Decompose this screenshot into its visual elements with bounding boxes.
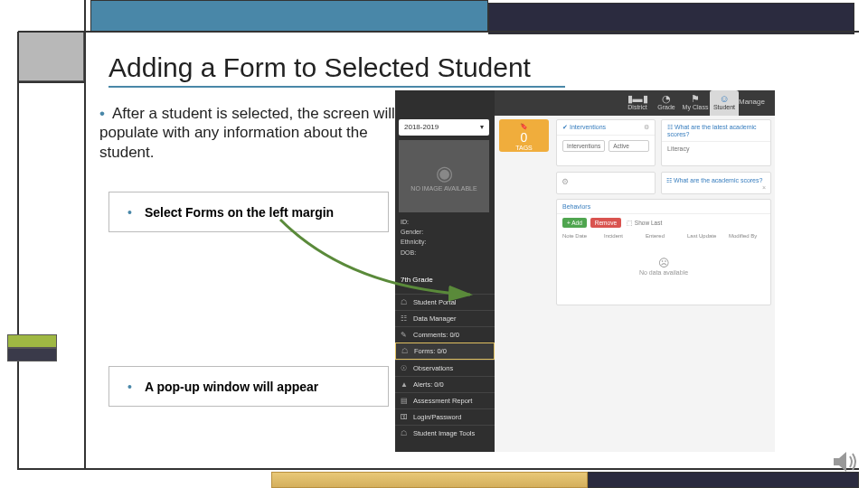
sidebar-menu: ☖Student Portal ☷Data Manager ✎Comments:… bbox=[395, 294, 495, 441]
nav-manage[interactable]: Manage bbox=[739, 90, 775, 116]
panel-filter: ⚙ bbox=[556, 172, 656, 194]
speaker-icon bbox=[832, 449, 859, 481]
bullet-2-text: Select Forms on the left margin bbox=[145, 205, 334, 220]
info-ethnic: Ethnicity: bbox=[401, 237, 426, 247]
image-icon: ☖ bbox=[401, 429, 410, 437]
frame-line bbox=[18, 468, 859, 470]
gear-icon[interactable]: ⚙ bbox=[561, 177, 569, 186]
panel-header: ✔ Interventions⚙ bbox=[557, 120, 655, 136]
no-image-label: NO IMAGE AVAILABLE bbox=[410, 185, 476, 192]
frame-bottom-dark bbox=[588, 472, 859, 488]
menu-student-portal[interactable]: ☖Student Portal bbox=[395, 294, 495, 310]
col-header: Note Date bbox=[562, 233, 599, 239]
menu-comments[interactable]: ✎Comments: 0/0 bbox=[395, 326, 495, 343]
gear-icon[interactable]: ⚙ bbox=[644, 124, 649, 131]
info-gender: Gender: bbox=[401, 227, 426, 237]
show-last-label: ⬚ Show Last bbox=[627, 220, 662, 227]
panel-academic-scores: ☷ What are the latest academic scores? L… bbox=[661, 119, 771, 166]
menu-observations[interactable]: ☉Observations bbox=[395, 360, 495, 376]
app-screenshot: ▮▬▮District ◔Grade ⚑My Class ☺Student Ma… bbox=[395, 90, 775, 452]
stack-icon: ☷ bbox=[401, 314, 410, 323]
bullet-dot-icon: • bbox=[127, 205, 132, 220]
tags-label: TAGS bbox=[515, 145, 533, 151]
frame-top-blue bbox=[90, 0, 488, 32]
frame-side-green bbox=[7, 334, 57, 348]
comment-icon: ✎ bbox=[401, 331, 410, 339]
info-id: ID: bbox=[401, 217, 426, 227]
lock-icon: ⚿ bbox=[401, 413, 410, 421]
close-icon[interactable]: × bbox=[762, 184, 766, 191]
nav-district[interactable]: ▮▬▮District bbox=[623, 90, 652, 116]
frame-top-dark bbox=[488, 3, 854, 34]
person-icon: ☹ bbox=[557, 257, 770, 269]
student-info: ID: Gender: Ethnicity: DOB: bbox=[401, 217, 426, 258]
interventions-dropdown[interactable]: Interventions bbox=[562, 140, 605, 152]
add-button[interactable]: + Add bbox=[562, 218, 587, 228]
menu-login-password[interactable]: ⚿Login/Password bbox=[395, 408, 495, 425]
info-dob: DOB: bbox=[401, 248, 426, 258]
alert-icon: ▲ bbox=[401, 380, 410, 389]
menu-alerts[interactable]: ▲Alerts: 0/0 bbox=[395, 376, 495, 392]
tags-card[interactable]: 🔖 0 TAGS bbox=[499, 119, 549, 152]
nav-grade[interactable]: ◔Grade bbox=[652, 90, 681, 116]
menu-forms[interactable]: ☖Forms: 0/0 bbox=[395, 343, 495, 360]
panel-interventions: ✔ Interventions⚙ Interventions Active bbox=[556, 119, 656, 166]
frame-line bbox=[18, 31, 859, 33]
nav-student[interactable]: ☺Student bbox=[710, 90, 739, 116]
scores-row: Literacy bbox=[662, 142, 770, 155]
person-icon: ☺ bbox=[710, 93, 739, 104]
bullet-2-box: • Select Forms on the left margin bbox=[108, 192, 389, 232]
col-header: Entered bbox=[646, 233, 682, 239]
bullet-3-text: A pop-up window will appear bbox=[145, 380, 318, 394]
app-content: 🔖 0 TAGS ✔ Interventions⚙ Interventions … bbox=[495, 116, 775, 452]
slide-title: Adding a Form to Selected Student bbox=[108, 52, 531, 83]
person-icon: ☖ bbox=[401, 298, 410, 306]
frame-line bbox=[84, 0, 86, 470]
bullet-1: •After a student is selected, the screen… bbox=[99, 104, 411, 162]
tag-icon: 🔖 bbox=[520, 123, 528, 129]
nav-myclass[interactable]: ⚑My Class bbox=[681, 90, 710, 116]
empty-state: ☹ No data available bbox=[557, 240, 770, 276]
gauge-icon: ◔ bbox=[652, 93, 681, 104]
bullet-dot-icon: • bbox=[127, 380, 132, 394]
bullet-1-text: After a student is selected, the screen … bbox=[99, 105, 395, 161]
barchart-icon: ▮▬▮ bbox=[623, 93, 652, 104]
menu-assessment-report[interactable]: ▤Assessment Report bbox=[395, 392, 495, 408]
frame-line bbox=[18, 81, 86, 83]
frame-side-gray bbox=[18, 32, 84, 81]
col-header: Incident bbox=[604, 233, 640, 239]
eye-icon: ☉ bbox=[401, 364, 410, 372]
title-underline bbox=[108, 86, 565, 88]
behaviors-columns: Note Date Incident Entered Last Update M… bbox=[557, 231, 770, 240]
bullet-3-box: • A pop-up window will appear bbox=[108, 366, 389, 407]
student-photo-placeholder: ◉ NO IMAGE AVAILABLE bbox=[399, 140, 489, 212]
people-icon: ⚑ bbox=[681, 93, 710, 104]
panel-header: ☷ What are the latest academic scores? bbox=[662, 120, 770, 142]
app-sidebar: 2018-2019▾ ◉ NO IMAGE AVAILABLE ID: Gend… bbox=[395, 90, 495, 452]
report-icon: ▤ bbox=[401, 397, 410, 405]
panel-header: Behaviors bbox=[557, 200, 770, 214]
chevron-down-icon: ▾ bbox=[480, 119, 484, 136]
bullet-dot-icon: • bbox=[99, 105, 105, 122]
panel-behaviors: Behaviors + Add Remove ⬚ Show Last Note … bbox=[556, 199, 771, 305]
frame-side-dark bbox=[7, 348, 57, 361]
active-dropdown[interactable]: Active bbox=[609, 140, 649, 152]
year-selector[interactable]: 2018-2019▾ bbox=[399, 119, 489, 136]
form-icon: ☖ bbox=[401, 347, 410, 355]
menu-data-manager[interactable]: ☷Data Manager bbox=[395, 310, 495, 326]
col-header: Last Update bbox=[687, 233, 723, 239]
grade-label: 7th Grade bbox=[401, 276, 433, 284]
camera-icon: ◉ bbox=[436, 162, 453, 185]
tags-count: 0 bbox=[499, 130, 549, 145]
col-header: Modified By bbox=[729, 233, 765, 239]
frame-bottom-gold bbox=[271, 472, 588, 488]
panel-academic-header: ☷ What are the academic scores?× bbox=[661, 172, 771, 194]
frame-line bbox=[17, 32, 19, 470]
menu-student-image-tools[interactable]: ☖Student Image Tools bbox=[395, 425, 495, 441]
remove-button[interactable]: Remove bbox=[590, 218, 621, 228]
